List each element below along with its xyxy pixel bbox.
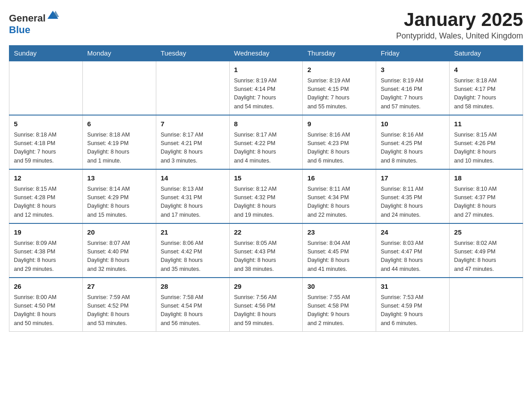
calendar-cell: 1Sunrise: 8:19 AM Sunset: 4:14 PM Daylig…: [229, 61, 303, 115]
calendar-cell: 8Sunrise: 8:17 AM Sunset: 4:22 PM Daylig…: [229, 115, 303, 169]
calendar-week-2: 5Sunrise: 8:18 AM Sunset: 4:18 PM Daylig…: [9, 115, 523, 169]
day-number: 5: [14, 119, 78, 129]
day-number: 25: [454, 227, 518, 238]
day-info: Sunrise: 8:12 AM Sunset: 4:32 PM Dayligh…: [234, 185, 298, 220]
day-info: Sunrise: 8:18 AM Sunset: 4:18 PM Dayligh…: [14, 131, 78, 166]
day-info: Sunrise: 8:18 AM Sunset: 4:17 PM Dayligh…: [454, 77, 518, 111]
day-number: 30: [307, 282, 371, 292]
calendar-week-3: 12Sunrise: 8:15 AM Sunset: 4:28 PM Dayli…: [9, 169, 523, 223]
day-info: Sunrise: 8:05 AM Sunset: 4:43 PM Dayligh…: [234, 239, 298, 274]
day-number: 14: [161, 173, 225, 184]
day-info: Sunrise: 8:17 AM Sunset: 4:21 PM Dayligh…: [161, 131, 225, 166]
calendar-cell: 21Sunrise: 8:06 AM Sunset: 4:42 PM Dayli…: [156, 223, 229, 278]
day-info: Sunrise: 7:59 AM Sunset: 4:52 PM Dayligh…: [87, 293, 151, 328]
day-info: Sunrise: 8:19 AM Sunset: 4:14 PM Dayligh…: [234, 77, 298, 111]
day-number: 6: [87, 119, 151, 129]
day-info: Sunrise: 8:14 AM Sunset: 4:29 PM Dayligh…: [87, 185, 151, 220]
day-info: Sunrise: 8:15 AM Sunset: 4:28 PM Dayligh…: [14, 185, 78, 220]
day-info: Sunrise: 8:11 AM Sunset: 4:34 PM Dayligh…: [307, 185, 371, 220]
day-number: 13: [87, 173, 151, 184]
day-number: 8: [234, 119, 298, 129]
day-info: Sunrise: 8:07 AM Sunset: 4:40 PM Dayligh…: [87, 239, 151, 274]
calendar-cell: [450, 278, 523, 332]
location: Pontypridd, Wales, United Kingdom: [396, 31, 523, 41]
calendar-cell: 28Sunrise: 7:58 AM Sunset: 4:54 PM Dayli…: [156, 278, 229, 332]
calendar-cell: [156, 61, 229, 115]
day-number: 10: [381, 119, 445, 129]
calendar-cell: 27Sunrise: 7:59 AM Sunset: 4:52 PM Dayli…: [82, 278, 156, 332]
day-number: 24: [381, 227, 445, 238]
logo-icon: [47, 9, 59, 21]
calendar-cell: 29Sunrise: 7:56 AM Sunset: 4:56 PM Dayli…: [229, 278, 303, 332]
day-info: Sunrise: 8:02 AM Sunset: 4:49 PM Dayligh…: [454, 239, 518, 274]
calendar-cell: 26Sunrise: 8:00 AM Sunset: 4:50 PM Dayli…: [9, 278, 83, 332]
calendar-cell: 6Sunrise: 8:18 AM Sunset: 4:19 PM Daylig…: [82, 115, 156, 169]
calendar-cell: 9Sunrise: 8:16 AM Sunset: 4:23 PM Daylig…: [303, 115, 376, 169]
day-info: Sunrise: 8:06 AM Sunset: 4:42 PM Dayligh…: [161, 239, 225, 274]
day-info: Sunrise: 8:11 AM Sunset: 4:35 PM Dayligh…: [381, 185, 445, 220]
day-info: Sunrise: 7:55 AM Sunset: 4:58 PM Dayligh…: [307, 293, 371, 328]
calendar-cell: 2Sunrise: 8:19 AM Sunset: 4:15 PM Daylig…: [303, 61, 376, 115]
day-info: Sunrise: 8:09 AM Sunset: 4:38 PM Dayligh…: [14, 239, 78, 274]
weekday-header-row: SundayMondayTuesdayWednesdayThursdayFrid…: [9, 46, 523, 61]
calendar-week-5: 26Sunrise: 8:00 AM Sunset: 4:50 PM Dayli…: [9, 278, 523, 332]
calendar-cell: 10Sunrise: 8:16 AM Sunset: 4:25 PM Dayli…: [376, 115, 450, 169]
calendar-cell: 7Sunrise: 8:17 AM Sunset: 4:21 PM Daylig…: [156, 115, 229, 169]
day-number: 12: [14, 173, 78, 184]
calendar-cell: 20Sunrise: 8:07 AM Sunset: 4:40 PM Dayli…: [82, 223, 156, 278]
day-info: Sunrise: 8:16 AM Sunset: 4:23 PM Dayligh…: [307, 131, 371, 166]
weekday-header-tuesday: Tuesday: [156, 46, 229, 61]
logo-text: General Blue: [9, 9, 59, 36]
day-info: Sunrise: 8:03 AM Sunset: 4:47 PM Dayligh…: [381, 239, 445, 274]
day-info: Sunrise: 8:00 AM Sunset: 4:50 PM Dayligh…: [14, 293, 78, 328]
day-info: Sunrise: 8:16 AM Sunset: 4:25 PM Dayligh…: [381, 131, 445, 166]
day-info: Sunrise: 7:56 AM Sunset: 4:56 PM Dayligh…: [234, 293, 298, 328]
day-number: 9: [307, 119, 371, 129]
calendar-cell: 23Sunrise: 8:04 AM Sunset: 4:45 PM Dayli…: [303, 223, 376, 278]
day-number: 26: [14, 282, 78, 292]
day-number: 31: [381, 282, 445, 292]
day-info: Sunrise: 8:19 AM Sunset: 4:16 PM Dayligh…: [381, 77, 445, 111]
day-number: 4: [454, 65, 518, 75]
calendar-cell: 16Sunrise: 8:11 AM Sunset: 4:34 PM Dayli…: [303, 169, 376, 223]
day-info: Sunrise: 8:17 AM Sunset: 4:22 PM Dayligh…: [234, 131, 298, 166]
calendar-cell: 5Sunrise: 8:18 AM Sunset: 4:18 PM Daylig…: [9, 115, 83, 169]
calendar-cell: 17Sunrise: 8:11 AM Sunset: 4:35 PM Dayli…: [376, 169, 450, 223]
day-number: 2: [307, 65, 371, 75]
month-title: January 2025: [396, 9, 523, 30]
day-number: 3: [381, 65, 445, 75]
weekday-header-saturday: Saturday: [450, 46, 523, 61]
day-number: 21: [161, 227, 225, 238]
calendar-table: SundayMondayTuesdayWednesdayThursdayFrid…: [9, 45, 523, 332]
calendar-cell: 31Sunrise: 7:53 AM Sunset: 4:59 PM Dayli…: [376, 278, 450, 332]
day-number: 22: [234, 227, 298, 238]
calendar-cell: 18Sunrise: 8:10 AM Sunset: 4:37 PM Dayli…: [450, 169, 523, 223]
day-info: Sunrise: 8:04 AM Sunset: 4:45 PM Dayligh…: [307, 239, 371, 274]
calendar-cell: 3Sunrise: 8:19 AM Sunset: 4:16 PM Daylig…: [376, 61, 450, 115]
calendar-week-1: 1Sunrise: 8:19 AM Sunset: 4:14 PM Daylig…: [9, 61, 523, 115]
weekday-header-wednesday: Wednesday: [229, 46, 303, 61]
day-number: 17: [381, 173, 445, 184]
calendar-week-4: 19Sunrise: 8:09 AM Sunset: 4:38 PM Dayli…: [9, 223, 523, 278]
day-number: 20: [87, 227, 151, 238]
calendar-cell: 19Sunrise: 8:09 AM Sunset: 4:38 PM Dayli…: [9, 223, 83, 278]
logo-general: General: [9, 13, 46, 24]
day-info: Sunrise: 8:19 AM Sunset: 4:15 PM Dayligh…: [307, 77, 371, 111]
calendar-cell: 12Sunrise: 8:15 AM Sunset: 4:28 PM Dayli…: [9, 169, 83, 223]
day-number: 11: [454, 119, 518, 129]
day-info: Sunrise: 8:18 AM Sunset: 4:19 PM Dayligh…: [87, 131, 151, 166]
calendar-cell: 14Sunrise: 8:13 AM Sunset: 4:31 PM Dayli…: [156, 169, 229, 223]
day-number: 1: [234, 65, 298, 75]
calendar-cell: 24Sunrise: 8:03 AM Sunset: 4:47 PM Dayli…: [376, 223, 450, 278]
day-info: Sunrise: 7:53 AM Sunset: 4:59 PM Dayligh…: [381, 293, 445, 328]
day-info: Sunrise: 8:10 AM Sunset: 4:37 PM Dayligh…: [454, 185, 518, 220]
calendar-cell: 25Sunrise: 8:02 AM Sunset: 4:49 PM Dayli…: [450, 223, 523, 278]
day-info: Sunrise: 8:13 AM Sunset: 4:31 PM Dayligh…: [161, 185, 225, 220]
calendar-cell: 4Sunrise: 8:18 AM Sunset: 4:17 PM Daylig…: [450, 61, 523, 115]
calendar-cell: 11Sunrise: 8:15 AM Sunset: 4:26 PM Dayli…: [450, 115, 523, 169]
weekday-header-sunday: Sunday: [9, 46, 83, 61]
day-number: 16: [307, 173, 371, 184]
calendar-cell: 30Sunrise: 7:55 AM Sunset: 4:58 PM Dayli…: [303, 278, 376, 332]
day-number: 29: [234, 282, 298, 292]
day-info: Sunrise: 7:58 AM Sunset: 4:54 PM Dayligh…: [161, 293, 225, 328]
